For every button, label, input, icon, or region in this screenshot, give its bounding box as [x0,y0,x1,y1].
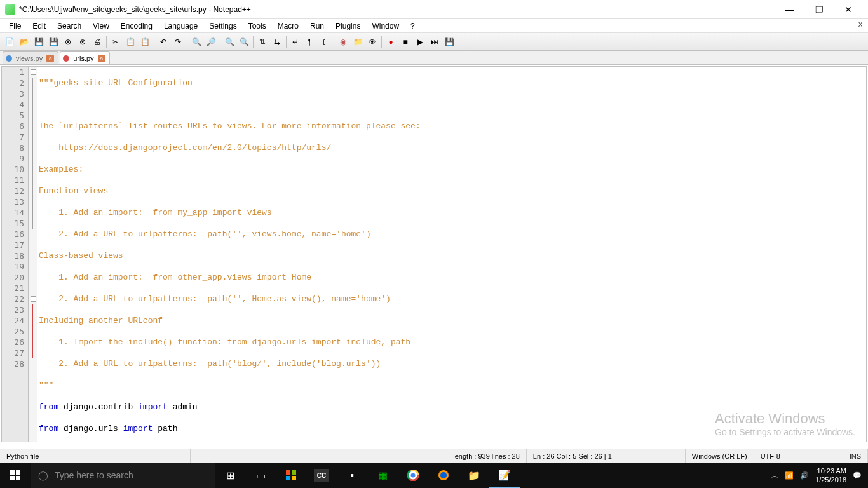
play-multi-icon[interactable]: ⏭ [428,35,442,49]
sync-v-icon[interactable]: ⇅ [255,35,269,49]
wordwrap-icon[interactable]: ↵ [288,35,302,49]
window-title: *C:\Users\Ujjwal\env_site\geeks_site\gee… [19,5,775,14]
line-numbers: 1234567891011121314151617181920212223242… [2,67,29,442]
statusbar: Python file length : 939 lines : 28 Ln :… [0,449,868,463]
taskbar-app-store[interactable] [276,463,306,488]
search-placeholder: Type here to search [55,470,133,480]
open-file-icon[interactable]: 📂 [17,35,31,49]
folder-icon[interactable]: 📁 [351,35,365,49]
menu-language[interactable]: Language [159,20,203,32]
tab-urls-py[interactable]: urls.py × [60,51,109,64]
status-mode: INS [843,449,868,463]
stop-icon[interactable]: ■ [398,35,412,49]
find-icon[interactable]: 🔍 [189,35,203,49]
menu-search[interactable]: Search [52,20,86,32]
status-length: length : 939 lines : 28 [447,449,527,463]
tab-label: views.py [16,55,43,62]
svg-rect-5 [292,470,296,475]
system-tray[interactable]: ︿ 📶 🔊 10:23 AM 1/25/2018 💬 [765,466,868,484]
task-view-icon[interactable]: ⊞ [215,463,245,488]
undo-icon[interactable]: ↶ [156,35,170,49]
redo-icon[interactable]: ↷ [171,35,185,49]
tab-label: urls.py [73,55,93,62]
show-all-chars-icon[interactable]: ¶ [303,35,317,49]
paste-icon[interactable]: 📋 [138,35,152,49]
svg-rect-1 [16,470,20,475]
sync-h-icon[interactable]: ⇆ [270,35,284,49]
tab-close-icon[interactable]: × [46,55,54,62]
doc-close-icon[interactable]: X [858,20,863,29]
menu-help[interactable]: ? [405,20,420,32]
titlebar: *C:\Users\Ujjwal\env_site\geeks_site\gee… [0,0,868,19]
tray-chevron-icon[interactable]: ︿ [771,471,778,480]
close-all-icon[interactable]: ⊗ [76,35,90,49]
taskbar-app-notepadpp[interactable]: 📝 [489,463,520,488]
menubar: File Edit Search View Encoding Language … [0,19,868,33]
copy-icon[interactable]: 📋 [123,35,137,49]
start-button[interactable] [0,463,31,488]
record-icon[interactable]: ● [384,35,398,49]
svg-rect-6 [286,476,290,480]
svg-point-14 [440,472,447,478]
menu-macro[interactable]: Macro [273,20,304,32]
taskbar-app-fileexplorer[interactable]: 📁 [459,463,489,488]
status-position: Ln : 26 Col : 5 Sel : 26 | 1 [527,449,686,463]
monitor-icon[interactable]: 👁 [365,35,379,49]
tray-notifications-icon[interactable]: 💬 [853,471,862,480]
svg-point-12 [411,473,416,478]
taskbar-clock[interactable]: 10:23 AM 1/25/2018 [815,466,846,484]
taskbar-app-pycharm[interactable]: ▦ [367,463,398,488]
taskbar-app-firefox[interactable] [428,463,459,488]
cortana-icon: ◯ [38,470,48,480]
menu-run[interactable]: Run [305,20,329,32]
fold-column[interactable]: −− [29,67,37,442]
svg-rect-2 [10,476,15,480]
status-eol: Windows (CR LF) [686,449,754,463]
taskbar-app-cmd[interactable]: ▪ [337,463,367,488]
tab-close-icon[interactable]: × [98,55,105,62]
svg-rect-4 [286,470,290,475]
editor[interactable]: 1234567891011121314151617181920212223242… [1,66,867,442]
close-file-icon[interactable]: ⊗ [61,35,75,49]
menu-window[interactable]: Window [367,20,404,32]
tab-dot-icon [6,55,12,62]
zoom-out-icon[interactable]: 🔍 [237,35,251,49]
menu-tools[interactable]: Tools [243,20,271,32]
taskbar-app-cc[interactable]: CC [314,469,329,482]
cut-icon[interactable]: ✂ [109,35,123,49]
tray-volume-icon[interactable]: 🔊 [800,471,809,480]
svg-rect-0 [10,470,15,475]
lang-icon[interactable]: ◉ [336,35,350,49]
close-button[interactable]: ✕ [834,0,863,19]
new-file-icon[interactable]: 📄 [3,35,17,49]
tab-dot-icon [63,55,69,62]
save-macro-icon[interactable]: 💾 [442,35,456,49]
code-area[interactable]: """geeks_site URL Configuration The `url… [37,67,866,442]
replace-icon[interactable]: 🔎 [204,35,218,49]
zoom-in-icon[interactable]: 🔍 [222,35,236,49]
status-encoding: UTF-8 [754,449,843,463]
tab-views-py[interactable]: views.py × [3,51,58,64]
app-icon [5,4,15,15]
play-icon[interactable]: ▶ [413,35,427,49]
taskbar-app-explorer[interactable]: ▭ [245,463,276,488]
maximize-button[interactable]: ❐ [804,0,834,19]
toolbar: 📄 📂 💾 💾 ⊗ ⊗ 🖨 ✂ 📋 📋 ↶ ↷ 🔍 🔎 🔍 🔍 ⇅ ⇆ ↵ ¶ … [0,33,868,51]
taskbar: ◯ Type here to search ⊞ ▭ CC ▪ ▦ 📁 📝 ︿ 📶… [0,463,868,488]
menu-file[interactable]: File [4,20,26,32]
menu-edit[interactable]: Edit [27,20,51,32]
menu-settings[interactable]: Settings [204,20,241,32]
menu-view[interactable]: View [88,20,114,32]
status-filetype: Python file [0,449,191,463]
menu-encoding[interactable]: Encoding [116,20,158,32]
tabbar: views.py × urls.py × [0,51,868,65]
print-icon[interactable]: 🖨 [90,35,104,49]
indent-guide-icon[interactable]: ⫿ [318,35,332,49]
minimize-button[interactable]: — [775,0,804,19]
taskbar-search[interactable]: ◯ Type here to search [31,463,215,488]
tray-wifi-icon[interactable]: 📶 [785,471,794,480]
menu-plugins[interactable]: Plugins [330,20,365,32]
save-icon[interactable]: 💾 [32,35,46,49]
save-all-icon[interactable]: 💾 [46,35,60,49]
taskbar-app-chrome[interactable] [398,463,428,488]
